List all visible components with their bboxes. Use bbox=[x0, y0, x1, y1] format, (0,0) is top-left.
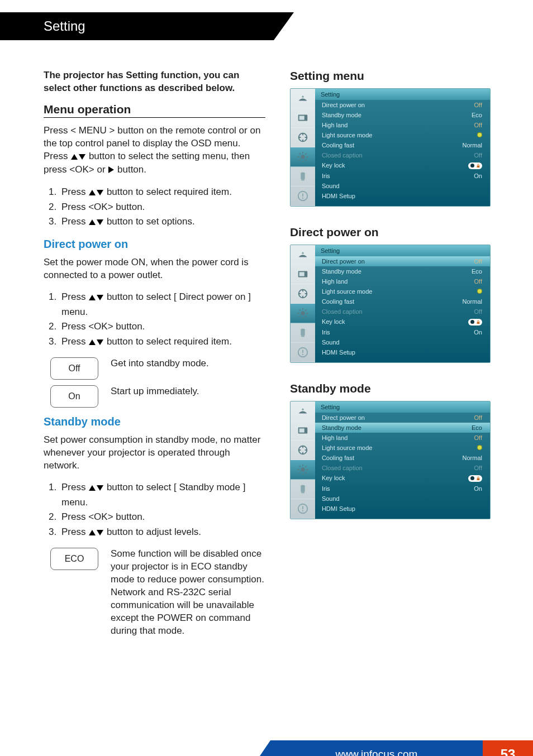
osd-row-value: Off bbox=[474, 152, 482, 159]
option-on-box: On bbox=[50, 385, 98, 408]
osd-row-label: Sound bbox=[322, 339, 340, 346]
osd-row-label: HDMI Setup bbox=[322, 505, 355, 512]
osd-row-label: Iris bbox=[322, 173, 330, 179]
osd-row: HDMI Setup bbox=[315, 347, 490, 357]
text: Press bbox=[61, 291, 88, 302]
osd-row-value bbox=[477, 444, 482, 451]
osd-row-label: Iris bbox=[322, 329, 330, 336]
osd-row: Light source mode bbox=[315, 286, 490, 296]
standby-steps: Press button to select [ Standby mode ] … bbox=[47, 480, 265, 540]
right-column: Setting menu SettingDirect power onOffSt… bbox=[290, 69, 491, 641]
footer: www.infocus.com 53 bbox=[0, 740, 533, 756]
osd-row: Standby modeEco bbox=[315, 423, 490, 433]
step-1: Press button to select [ Direct power on… bbox=[59, 290, 265, 320]
option-eco-box: ECO bbox=[50, 548, 98, 570]
osd-row-label: Standby mode bbox=[322, 268, 361, 275]
up-down-arrow-icon bbox=[88, 290, 104, 305]
left-column: The projector has Setting function, you … bbox=[44, 69, 265, 641]
osd-row-label: HDMI Setup bbox=[322, 349, 355, 356]
osd-title: Setting bbox=[315, 401, 490, 413]
osd-row: IrisOn bbox=[315, 484, 490, 494]
svg-point-26 bbox=[301, 467, 304, 471]
osd-row: HDMI Setup bbox=[315, 504, 490, 514]
osd-row-label: Closed caption bbox=[322, 152, 363, 159]
up-down-arrow-icon bbox=[88, 185, 104, 200]
svg-rect-8 bbox=[302, 193, 303, 197]
option-eco-row: ECO Some function will be disabled once … bbox=[50, 548, 265, 638]
up-down-arrow-icon bbox=[70, 151, 86, 164]
osd-category-icon bbox=[291, 147, 315, 167]
osd-category-icon bbox=[291, 108, 315, 128]
osd-row-value: Off bbox=[474, 278, 482, 285]
osd-row: IrisOn bbox=[315, 171, 490, 181]
osd-row-label: Light source mode bbox=[322, 132, 373, 138]
svg-rect-27 bbox=[301, 485, 304, 492]
setting-menu-title: Setting menu bbox=[290, 69, 491, 83]
osd-row-value: Eco bbox=[472, 424, 482, 431]
text: button to select required item. bbox=[104, 186, 232, 197]
text: Press bbox=[61, 527, 88, 537]
option-off-box: Off bbox=[50, 357, 98, 380]
osd-row: Light source mode bbox=[315, 130, 490, 140]
text: button to adjust levels. bbox=[104, 527, 201, 537]
osd-category-icon bbox=[291, 89, 315, 108]
osd-row-label: Cooling fast bbox=[322, 298, 354, 305]
osd-category-icon bbox=[291, 499, 315, 519]
osd-row-value: On bbox=[474, 173, 482, 179]
svg-point-0 bbox=[302, 95, 304, 98]
osd-row-value bbox=[468, 162, 482, 169]
osd-row-value: Off bbox=[474, 465, 482, 471]
svg-rect-6 bbox=[301, 180, 304, 181]
text: Press bbox=[61, 216, 88, 227]
svg-rect-24 bbox=[299, 428, 304, 432]
osd-category-icon bbox=[291, 441, 315, 460]
menu-operation-heading: Menu operation bbox=[44, 103, 265, 118]
osd-row-value: On bbox=[474, 485, 482, 492]
direct-power-on-title: Direct power on bbox=[290, 226, 491, 239]
option-on-row: On Start up immediately. bbox=[50, 385, 265, 408]
up-down-arrow-icon bbox=[88, 481, 104, 495]
osd-menu-dpo: SettingDirect power onOffStandby modeEco… bbox=[290, 245, 491, 363]
svg-rect-32 bbox=[477, 478, 480, 480]
svg-rect-28 bbox=[301, 492, 304, 494]
osd-row: Cooling fastNormal bbox=[315, 453, 490, 463]
step-2: Press <OK> button. bbox=[59, 200, 265, 214]
option-off-desc: Get into standby mode. bbox=[111, 357, 265, 370]
dpo-para: Set the power mode ON, when the power co… bbox=[44, 256, 265, 282]
text: button to set options. bbox=[104, 216, 195, 227]
header-band: Setting bbox=[0, 12, 533, 40]
menu-operation-steps: Press button to select required item. Pr… bbox=[47, 185, 265, 230]
osd-row: High landOff bbox=[315, 433, 490, 443]
osd-row: Sound bbox=[315, 337, 490, 347]
option-on-desc: Start up immediately. bbox=[111, 385, 265, 398]
svg-rect-21 bbox=[477, 322, 480, 324]
osd-category-icon bbox=[291, 265, 315, 284]
standby-mode-heading: Standby mode bbox=[44, 415, 265, 428]
osd-row-value: Eco bbox=[472, 112, 482, 118]
svg-rect-2 bbox=[299, 116, 304, 119]
page-title: Setting bbox=[0, 12, 274, 40]
dpo-steps: Press button to select [ Direct power on… bbox=[47, 290, 265, 350]
osd-row-label: Sound bbox=[322, 183, 340, 189]
menu-operation-para: Press < MENU > button on the remote cont… bbox=[44, 125, 265, 177]
osd-row: Closed captionOff bbox=[315, 150, 490, 160]
step-2: Press <OK> button. bbox=[59, 319, 265, 334]
osd-row-value: Off bbox=[474, 258, 482, 265]
osd-row: Direct power onOff bbox=[315, 256, 490, 266]
osd-row-value: Off bbox=[474, 122, 482, 128]
svg-rect-10 bbox=[477, 165, 480, 168]
osd-title: Setting bbox=[315, 89, 490, 100]
osd-row-label: Cooling fast bbox=[322, 142, 354, 149]
footer-url: www.infocus.com bbox=[270, 740, 483, 756]
osd-row: High landOff bbox=[315, 120, 490, 130]
text: button. bbox=[115, 164, 146, 175]
text: Press bbox=[61, 482, 88, 492]
option-off-row: Off Get into standby mode. bbox=[50, 357, 265, 380]
svg-point-15 bbox=[301, 311, 304, 315]
header-title-text: Setting bbox=[44, 18, 85, 34]
osd-row-label: Direct power on bbox=[322, 414, 365, 421]
standby-mode-title: Standby mode bbox=[290, 382, 491, 395]
osd-category-icon bbox=[291, 421, 315, 441]
osd-category-icon bbox=[291, 304, 315, 323]
text: Press bbox=[61, 336, 88, 347]
